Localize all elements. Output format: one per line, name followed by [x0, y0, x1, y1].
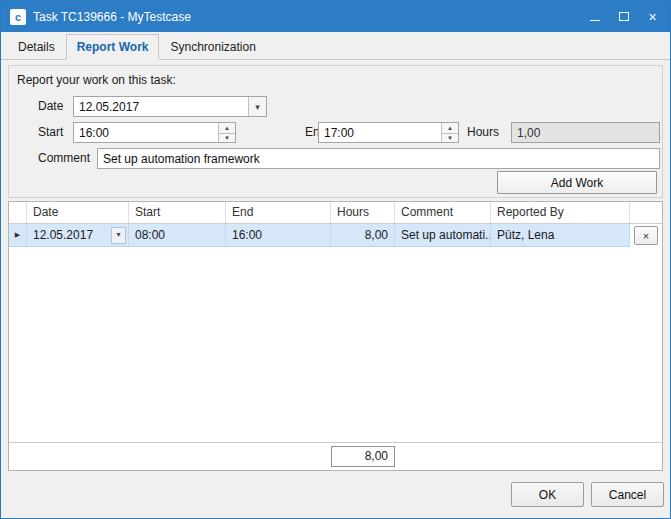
end-time-spinner: ▴ ▾ — [318, 122, 459, 143]
table-row[interactable]: ▶ 12.05.2017 ▾ 08:00 16:00 8,00 Set up a… — [9, 224, 662, 247]
grid-summary-row: 8,00 — [9, 442, 662, 470]
cancel-button[interactable]: Cancel — [591, 482, 664, 507]
date-dropdown-button[interactable]: ▾ — [248, 97, 266, 116]
start-label: Start — [38, 122, 63, 143]
add-work-button[interactable]: Add Work — [497, 171, 657, 194]
task-dialog: c Task TC139666 - MyTestcase × Details R… — [0, 0, 671, 519]
tab-strip: Details Report Work Synchronization — [1, 32, 670, 60]
work-items-grid: Date Start End Hours Comment Reported By… — [8, 201, 663, 471]
start-spin-down-button[interactable]: ▾ — [219, 133, 235, 143]
spin-down-icon: ▾ — [448, 134, 452, 142]
date-label: Date — [38, 96, 63, 117]
grid-header-indicator — [9, 202, 27, 223]
ok-button[interactable]: OK — [511, 482, 584, 507]
close-button[interactable]: × — [638, 1, 667, 32]
minimize-button[interactable] — [580, 1, 609, 32]
tab-details[interactable]: Details — [7, 34, 66, 60]
maximize-button[interactable] — [609, 1, 638, 32]
row-indicator: ▶ — [9, 224, 27, 247]
grid-header-start[interactable]: Start — [129, 202, 226, 223]
grid-header-actions — [630, 202, 662, 223]
chevron-down-icon: ▾ — [116, 224, 120, 246]
date-input[interactable] — [74, 97, 248, 116]
start-time-input[interactable] — [74, 123, 218, 142]
date-combobox: ▾ — [73, 96, 267, 117]
hours-total-cell: 8,00 — [331, 446, 395, 467]
tab-synchronization[interactable]: Synchronization — [159, 34, 266, 60]
end-spin-buttons: ▴ ▾ — [441, 123, 458, 142]
comment-label: Comment — [38, 148, 90, 169]
grid-header-date[interactable]: Date — [27, 202, 129, 223]
grid-header-row: Date Start End Hours Comment Reported By — [9, 202, 662, 224]
title-bar[interactable]: c Task TC139666 - MyTestcase × — [1, 1, 670, 32]
row-comment-cell[interactable]: Set up automati... — [395, 224, 491, 247]
hours-field — [511, 122, 660, 143]
delete-icon: × — [643, 230, 649, 242]
grid-header-comment[interactable]: Comment — [395, 202, 491, 223]
row-hours-cell[interactable]: 8,00 — [331, 224, 395, 247]
row-reported-by-cell[interactable]: Pütz, Lena — [491, 224, 630, 247]
delete-row-button[interactable]: × — [634, 226, 658, 245]
comment-field — [97, 148, 660, 169]
chevron-down-icon: ▾ — [255, 102, 260, 112]
row-end-cell[interactable]: 16:00 — [226, 224, 331, 247]
end-spin-up-button[interactable]: ▴ — [442, 123, 458, 133]
hours-label: Hours — [467, 122, 499, 143]
spin-up-icon: ▴ — [448, 124, 452, 132]
close-icon: × — [648, 10, 656, 24]
row-start-cell[interactable]: 08:00 — [129, 224, 226, 247]
end-spin-down-button[interactable]: ▾ — [442, 133, 458, 143]
minimize-icon — [590, 20, 600, 21]
grid-header-hours[interactable]: Hours — [331, 202, 395, 223]
start-spin-buttons: ▴ ▾ — [218, 123, 235, 142]
row-marker-icon: ▶ — [15, 224, 20, 246]
report-work-groupbox: Report your work on this task: Date ▾ St… — [8, 65, 663, 198]
spin-up-icon: ▴ — [225, 124, 229, 132]
start-spin-up-button[interactable]: ▴ — [219, 123, 235, 133]
grid-header-end[interactable]: End — [226, 202, 331, 223]
report-work-page: Report your work on this task: Date ▾ St… — [1, 60, 670, 518]
grid-header-reported-by[interactable]: Reported By — [491, 202, 630, 223]
row-action-cell: × — [630, 224, 662, 247]
hours-readonly-input — [512, 123, 659, 142]
window-controls: × — [580, 1, 667, 32]
spin-down-icon: ▾ — [225, 134, 229, 142]
row-date-cell[interactable]: 12.05.2017 ▾ — [27, 224, 129, 247]
row-date-value: 12.05.2017 — [33, 224, 109, 246]
app-icon: c — [10, 9, 26, 25]
window-title: Task TC139666 - MyTestcase — [33, 10, 191, 24]
end-time-input[interactable] — [319, 123, 441, 142]
group-heading: Report your work on this task: — [17, 73, 176, 87]
row-date-dropdown-button[interactable]: ▾ — [111, 227, 126, 244]
start-time-spinner: ▴ ▾ — [73, 122, 236, 143]
tab-report-work[interactable]: Report Work — [66, 34, 160, 60]
comment-input[interactable] — [98, 149, 659, 168]
maximize-icon — [619, 12, 629, 21]
